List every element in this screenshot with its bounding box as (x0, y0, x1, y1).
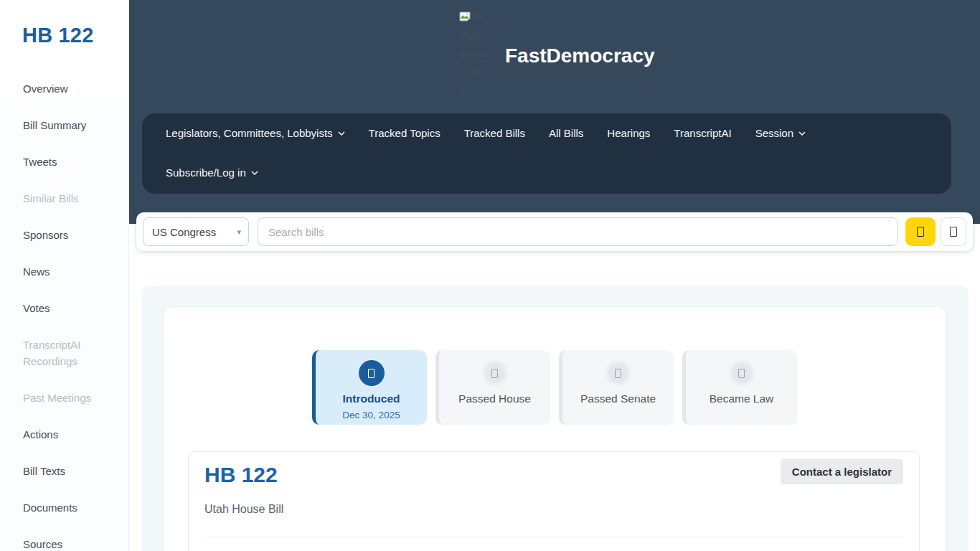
chevron-down-icon (251, 171, 258, 175)
search-button[interactable] (905, 217, 936, 246)
chevron-down-icon (798, 131, 806, 136)
progress-step-passed-senate: Passed Senate (559, 350, 674, 425)
chevron-down-icon (338, 131, 345, 136)
sidebar-item-similar-bills: Similar Bills (23, 190, 118, 207)
step-label: Became Law (686, 392, 797, 405)
bill-overview-card: Introduced Dec 30, 2025 Passed House Pas… (164, 307, 946, 551)
progress-step-became-law: Became Law (682, 350, 797, 425)
bill-sidebar: HB 122 Overview Bill Summary Tweets Simi… (0, 0, 129, 551)
broken-image-icon (459, 11, 471, 22)
sidebar-item-actions[interactable]: Actions (23, 426, 118, 443)
broken-logo-image[interactable]: FastDemocracy logo (459, 7, 488, 100)
main-nav: Legislators, Committees, Lobbyists Track… (142, 113, 951, 194)
step-label: Introduced (316, 392, 427, 405)
bill-detail-card: HB 122 Contact a legislator Utah House B… (188, 451, 920, 551)
bill-search-bar: US Congress ▾ (136, 212, 973, 251)
site-header: FastDemocracy logo FastDemocracy Legisla… (129, 0, 980, 224)
sidebar-item-documents[interactable]: Documents (23, 499, 118, 516)
search-icon (917, 227, 924, 237)
sidebar-item-sources[interactable]: Sources (23, 536, 118, 551)
main-nav-row-2: Subscribe/Log in (166, 165, 951, 181)
nav-hearings[interactable]: Hearings (607, 126, 650, 141)
nav-tracked-topics[interactable]: Tracked Topics (369, 126, 440, 141)
sidebar-item-bill-texts[interactable]: Bill Texts (23, 463, 118, 479)
bill-description: Utah House Bill (204, 503, 903, 516)
introduced-step-icon (359, 360, 385, 386)
secondary-search-button[interactable] (941, 217, 966, 246)
sidebar-nav: Overview Bill Summary Tweets Similar Bil… (23, 80, 118, 551)
nav-subscribe-login[interactable]: Subscribe/Log in (166, 165, 258, 181)
secondary-button-icon (950, 227, 957, 237)
sidebar-item-sponsors[interactable]: Sponsors (23, 227, 118, 243)
progress-step-introduced: Introduced Dec 30, 2025 (312, 350, 427, 425)
logo-alt-text: FastDemocracy logo (459, 11, 487, 97)
sidebar-bill-title: HB 122 (22, 24, 94, 47)
sidebar-item-tweets[interactable]: Tweets (23, 154, 118, 170)
sidebar-item-votes[interactable]: Votes (23, 300, 118, 316)
progress-step-passed-house: Passed House (435, 350, 550, 425)
brand-title[interactable]: FastDemocracy (505, 44, 655, 67)
passed-house-step-icon (482, 360, 508, 386)
contact-legislator-button[interactable]: Contact a legislator (781, 459, 903, 484)
nav-all-bills[interactable]: All Bills (549, 126, 583, 141)
main-nav-row-1: Legislators, Committees, Lobbyists Track… (166, 126, 951, 141)
nav-transcriptai[interactable]: TranscriptAI (674, 126, 731, 141)
select-arrow-icon: ▾ (237, 227, 241, 237)
nav-legislators-committees-lobbyists[interactable]: Legislators, Committees, Lobbyists (166, 126, 345, 141)
bill-card-divider (204, 537, 903, 537)
step-date: Dec 30, 2025 (316, 410, 427, 420)
step-label: Passed House (439, 392, 550, 405)
sidebar-item-overview[interactable]: Overview (23, 80, 118, 97)
sidebar-item-bill-summary[interactable]: Bill Summary (23, 117, 118, 133)
jurisdiction-selected-value: US Congress (152, 226, 216, 238)
nav-session[interactable]: Session (755, 126, 806, 141)
became-law-step-icon (729, 360, 755, 386)
passed-senate-step-icon (606, 360, 631, 386)
step-label: Passed Senate (562, 392, 674, 405)
sidebar-item-transcriptai-recordings: TranscriptAI Recordings (23, 336, 118, 369)
sidebar-item-past-meetings: Past Meetings (23, 390, 118, 406)
search-input[interactable] (258, 217, 898, 246)
bill-progress-tracker: Introduced Dec 30, 2025 Passed House Pas… (164, 307, 946, 425)
sidebar-item-news[interactable]: News (23, 263, 118, 280)
nav-tracked-bills[interactable]: Tracked Bills (464, 126, 525, 141)
jurisdiction-select[interactable]: US Congress ▾ (143, 217, 249, 246)
